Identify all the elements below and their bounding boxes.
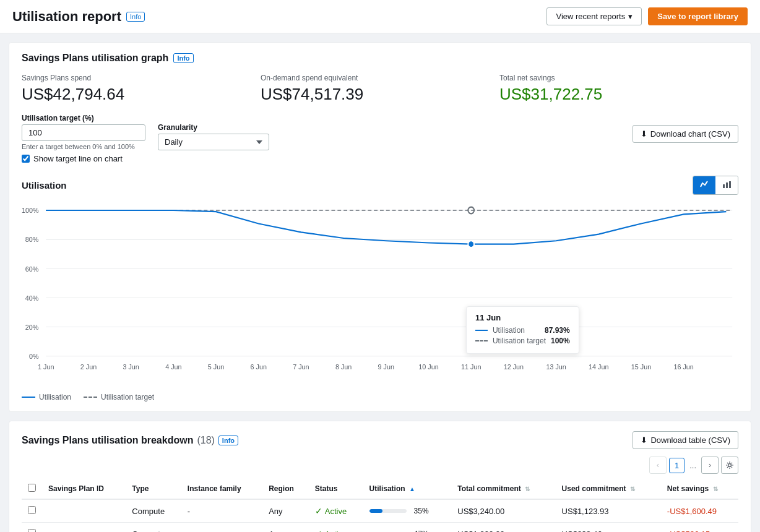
legend-dashed-line xyxy=(84,397,97,398)
metric-ondemand-label: On-demand spend equivalent xyxy=(261,74,481,82)
save-to-library-button[interactable]: Save to report library xyxy=(648,7,748,25)
metric-spend-value: US$42,794.64 xyxy=(22,85,242,104)
header-actions: View recent reports ▾ Save to report lib… xyxy=(546,7,748,25)
graph-info-badge[interactable]: Info xyxy=(173,53,193,63)
chart-legend: Utilisation Utilisation target xyxy=(22,393,738,401)
svg-text:8 Jun: 8 Jun xyxy=(335,363,352,371)
svg-text:10 Jun: 10 Jun xyxy=(418,363,438,371)
th-status: Status xyxy=(309,479,363,499)
svg-text:1 Jun: 1 Jun xyxy=(38,363,54,371)
tooltip-target-label: Utilisation target xyxy=(493,337,546,345)
total-commitment-sort-icon: ⇅ xyxy=(525,486,530,492)
th-total-commitment[interactable]: Total commitment ⇅ xyxy=(451,479,555,499)
title-group: Utilisation report Info xyxy=(12,9,145,25)
tooltip-date: 11 Jun xyxy=(475,313,570,322)
page-title: Utilisation report xyxy=(12,9,121,25)
row2-checkbox-cell xyxy=(22,523,42,533)
status-check-icon: ✓ xyxy=(315,506,322,516)
row2-region: Any xyxy=(262,523,309,533)
download-icon: ⬇ xyxy=(641,129,647,139)
row1-status-badge: ✓ Active xyxy=(315,506,347,516)
row1-used-commitment: US$1,123.93 xyxy=(556,499,661,523)
tooltip-line-solid xyxy=(475,330,488,331)
svg-text:2 Jun: 2 Jun xyxy=(80,363,97,371)
tooltip-utilisation-row: Utilisation 87.93% xyxy=(475,326,570,335)
svg-text:0%: 0% xyxy=(29,353,39,361)
svg-text:16 Jun: 16 Jun xyxy=(673,363,693,371)
graph-section-title: Savings Plans utilisation graph Info xyxy=(22,53,738,64)
svg-text:15 Jun: 15 Jun xyxy=(631,363,651,371)
svg-text:13 Jun: 13 Jun xyxy=(546,363,566,371)
breakdown-info-badge[interactable]: Info xyxy=(218,435,238,445)
row2-utilisation: 47% xyxy=(363,523,452,533)
utilisation-graph-section: Savings Plans utilisation graph Info Sav… xyxy=(9,42,751,412)
th-region: Region xyxy=(262,479,309,499)
utilisation-target-input[interactable] xyxy=(22,124,145,141)
chart-svg: 100% 80% 60% 40% 20% 0% xyxy=(22,201,738,387)
row2-net-savings: -US$526.15 xyxy=(661,523,738,533)
chart-header: Utilisation xyxy=(22,176,738,195)
pagination-row: ‹ 1 ... › xyxy=(22,457,738,474)
row1-checkbox[interactable] xyxy=(28,506,36,514)
select-all-checkbox[interactable] xyxy=(28,484,36,492)
row2-used-commitment: US$838.46 xyxy=(556,523,661,533)
tooltip-utilisation-value: 87.93% xyxy=(545,326,570,335)
line-chart-icon xyxy=(699,179,709,189)
row2-instance-family: - xyxy=(181,523,262,533)
th-used-commitment[interactable]: Used commitment ⇅ xyxy=(556,479,661,499)
show-target-row: Show target line on chart xyxy=(22,154,738,163)
breakdown-header: Savings Plans utilisation breakdown (18)… xyxy=(22,431,738,449)
svg-text:4 Jun: 4 Jun xyxy=(165,363,181,371)
settings-icon xyxy=(725,461,734,470)
pagination-prev-button[interactable]: ‹ xyxy=(649,457,667,474)
table-row: Compute - Any ✓ Active 35% xyxy=(22,499,738,523)
status-check-icon-2: ✓ xyxy=(315,529,322,532)
used-commitment-sort-icon: ⇅ xyxy=(630,486,635,492)
download-chart-button[interactable]: ⬇ Download chart (CSV) xyxy=(633,125,738,143)
utilisation-target-hint: Enter a target between 0% and 100% xyxy=(22,143,145,150)
svg-rect-2 xyxy=(729,181,731,188)
metric-spend: Savings Plans spend US$42,794.64 xyxy=(22,74,261,104)
th-net-savings[interactable]: Net savings ⇅ xyxy=(661,479,738,499)
row2-checkbox[interactable] xyxy=(28,529,36,532)
chart-line-toggle[interactable] xyxy=(693,176,715,194)
svg-rect-0 xyxy=(723,184,725,188)
pagination-next-button[interactable]: › xyxy=(701,457,719,474)
svg-text:12 Jun: 12 Jun xyxy=(504,363,524,371)
row2-id xyxy=(42,523,126,533)
net-savings-sort-icon: ⇅ xyxy=(713,486,718,492)
breakdown-section: Savings Plans utilisation breakdown (18)… xyxy=(9,421,751,532)
utilisation-target-field: Utilisation target (%) Enter a target be… xyxy=(22,114,145,150)
pagination-page: 1 xyxy=(669,458,684,473)
metric-netsavings-value: US$31,722.75 xyxy=(499,85,720,104)
th-utilisation[interactable]: Utilisation ▲ xyxy=(363,479,452,499)
tooltip-line-dashed xyxy=(475,340,488,341)
svg-text:3 Jun: 3 Jun xyxy=(123,363,139,371)
metric-ondemand: On-demand spend equivalent US$74,517.39 xyxy=(261,74,499,104)
svg-text:9 Jun: 9 Jun xyxy=(378,363,394,371)
show-target-checkbox[interactable] xyxy=(22,155,30,163)
row1-util-bar-fill xyxy=(369,509,382,513)
chart-title: Utilisation xyxy=(22,180,67,191)
row1-util-pct: 35% xyxy=(412,507,429,515)
row2-util-bar-cell: 47% xyxy=(369,530,446,532)
view-recent-reports-button[interactable]: View recent reports ▾ xyxy=(546,7,642,25)
legend-utilisation: Utilisation xyxy=(22,393,71,401)
svg-text:11 Jun: 11 Jun xyxy=(461,363,481,371)
row1-instance-family: - xyxy=(181,499,262,523)
granularity-select[interactable]: Daily Monthly xyxy=(158,134,269,150)
granularity-field: Granularity Daily Monthly xyxy=(158,123,269,150)
utilisation-sort-icon: ▲ xyxy=(409,486,415,492)
th-checkbox xyxy=(22,479,42,499)
header-info-badge[interactable]: Info xyxy=(126,12,145,22)
svg-point-34 xyxy=(728,464,732,467)
download-table-button[interactable]: ⬇ Download table (CSV) xyxy=(633,431,738,449)
row1-util-bar xyxy=(369,509,407,513)
svg-text:20%: 20% xyxy=(25,323,39,331)
legend-solid-line xyxy=(22,397,35,398)
bar-chart-icon xyxy=(722,179,732,189)
svg-text:5 Jun: 5 Jun xyxy=(208,363,224,371)
th-type: Type xyxy=(126,479,181,499)
chart-bar-toggle[interactable] xyxy=(715,176,738,194)
table-settings-button[interactable] xyxy=(721,457,738,474)
